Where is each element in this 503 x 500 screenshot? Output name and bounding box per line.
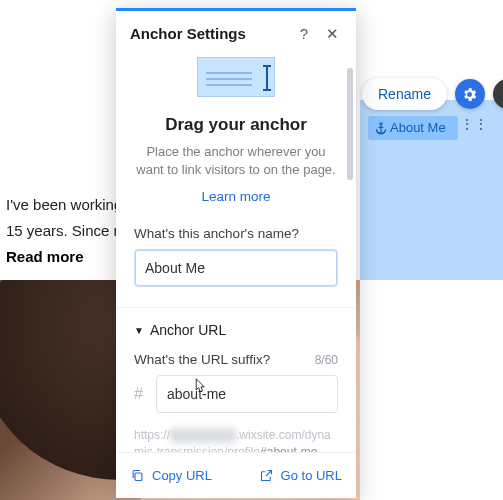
anchor-settings-panel: Anchor Settings ? ✕ Drag your anchor Pla…	[116, 8, 356, 498]
anchor-name-input[interactable]	[134, 249, 338, 287]
rename-button[interactable]: Rename	[362, 78, 447, 110]
page-body-text: I've been working 15 years. Since m	[6, 192, 126, 244]
panel-footer: Copy URL Go to URL	[116, 452, 356, 498]
panel-body: Drag your anchor Place the anchor wherev…	[116, 57, 356, 452]
url-preview-scheme: https://	[134, 428, 170, 442]
anchor-icon	[374, 121, 388, 135]
url-suffix-label: What's the URL suffix?	[134, 352, 270, 367]
url-preview-redacted: xxxxxxxxxxx	[170, 427, 236, 444]
panel-heading: Drag your anchor	[134, 115, 338, 135]
panel-title: Anchor Settings	[130, 25, 294, 42]
learn-more-link[interactable]: Learn more	[134, 189, 338, 204]
read-more-link[interactable]: Read more	[6, 248, 84, 265]
char-count: 8/60	[315, 353, 338, 367]
settings-gear-button[interactable]	[455, 79, 485, 109]
panel-close-button[interactable]: ✕	[322, 25, 342, 43]
url-preview-fragment: #about-me	[260, 445, 317, 452]
anchor-name-label: What's this anchor's name?	[134, 226, 338, 241]
go-to-url-button[interactable]: Go to URL	[259, 468, 342, 483]
anchor-illustration	[197, 57, 275, 97]
accordion-label: Anchor URL	[150, 322, 226, 338]
divider	[116, 307, 356, 308]
anchor-tag[interactable]: About Me ⋮⋮	[368, 116, 458, 140]
chevron-down-icon: ▼	[134, 325, 144, 336]
anchor-url-accordion[interactable]: ▼ Anchor URL	[134, 322, 338, 338]
panel-help-button[interactable]: ?	[294, 25, 314, 42]
page-body-line: 15 years. Since m	[6, 222, 126, 239]
gear-icon	[461, 86, 478, 103]
help-button[interactable]: ?	[493, 79, 503, 109]
external-link-icon	[259, 468, 274, 483]
anchor-tag-label: About Me	[390, 116, 446, 140]
copy-icon	[130, 468, 145, 483]
drag-handle-icon[interactable]: ⋮⋮	[460, 120, 476, 136]
svg-rect-0	[135, 473, 142, 481]
copy-url-button[interactable]: Copy URL	[130, 468, 212, 483]
panel-header: Anchor Settings ? ✕	[116, 11, 356, 57]
go-to-url-label: Go to URL	[281, 468, 342, 483]
url-suffix-input[interactable]	[156, 375, 338, 413]
url-preview: https://xxxxxxxxxxx.wixsite.com/dynamic-…	[134, 427, 338, 452]
hash-icon: #	[134, 385, 148, 403]
element-toolbar: Rename ?	[362, 78, 503, 110]
copy-url-label: Copy URL	[152, 468, 212, 483]
page-body-line: I've been working	[6, 196, 122, 213]
panel-description: Place the anchor wherever you want to li…	[136, 143, 336, 179]
